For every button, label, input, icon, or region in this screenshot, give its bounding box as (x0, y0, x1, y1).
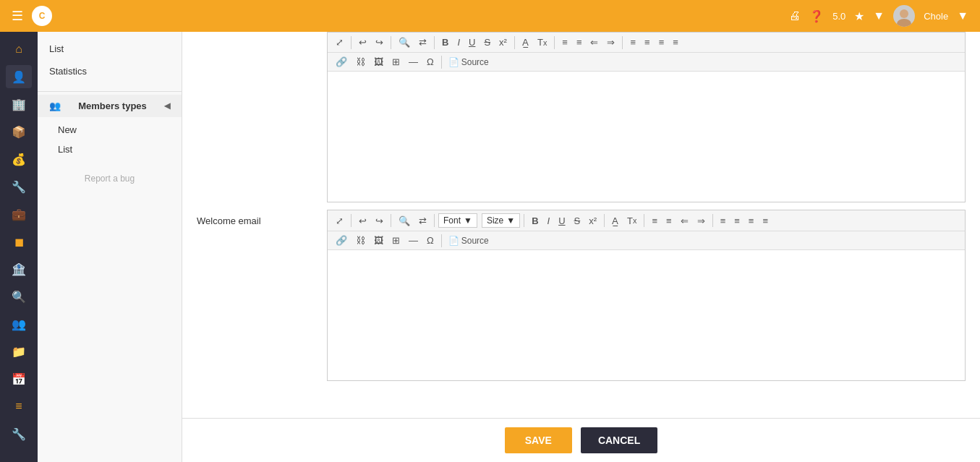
editor2-alignleft-btn[interactable]: ≡ (717, 214, 730, 228)
sidebar-box-icon[interactable]: 📦 (6, 120, 32, 143)
sidebar-briefcase-icon[interactable]: 💼 (6, 202, 32, 226)
editor2-toolbar-row1: ⤢ ↩ ↪ 🔍 ⇄ Font ▼ Size (328, 210, 965, 231)
sidebar-item-list[interactable]: List (38, 38, 182, 60)
editor1-ol-btn[interactable]: ≡ (558, 35, 571, 49)
editor2-replace-btn[interactable]: ⇄ (415, 214, 430, 228)
star-icon[interactable]: ★ (854, 9, 864, 23)
editor2-size-dropdown[interactable]: Size ▼ (482, 213, 520, 228)
editor2-table-btn[interactable]: ⊞ (388, 234, 404, 247)
editor2-unlink-btn[interactable]: ⛓ (352, 234, 369, 247)
sidebar-item-new[interactable]: New (38, 120, 182, 140)
sidebar-home-icon[interactable]: ⌂ (6, 38, 32, 61)
editor1-hr-btn[interactable]: — (405, 55, 422, 69)
editor2-ul-btn[interactable]: ≡ (662, 214, 676, 228)
editor1-super-btn[interactable]: x² (495, 35, 511, 49)
sidebar-coins-icon[interactable]: 💰 (6, 147, 32, 171)
cancel-button[interactable]: CANCEL (581, 427, 657, 453)
editor1-fontcolor-btn[interactable]: A̲ (519, 35, 532, 49)
editor2-source-btn[interactable]: 📄 Source (446, 234, 492, 247)
editor2-expand-btn[interactable]: ⤢ (332, 214, 347, 228)
avatar[interactable] (893, 5, 915, 27)
sidebar-bank-icon[interactable]: 🏦 (6, 257, 32, 281)
editor2-justify-btn[interactable]: ≡ (759, 214, 772, 228)
sidebar-item-list2[interactable]: List (38, 140, 182, 159)
editor2-link-btn[interactable]: 🔗 (332, 234, 351, 247)
editor2-clearformat-btn[interactable]: Tx (623, 214, 640, 228)
editor2-hr-btn[interactable]: — (405, 234, 422, 247)
report-bug-label[interactable]: Report a bug (38, 162, 182, 195)
editor2-body[interactable] (328, 250, 965, 380)
editor2-font-dropdown[interactable]: Font ▼ (438, 213, 477, 228)
editor2-bold-btn[interactable]: B (528, 214, 542, 228)
sidebar-members-icon[interactable]: 👥 (6, 312, 32, 335)
editor1-image-btn[interactable]: 🖼 (370, 55, 387, 69)
editor2-indentless-btn[interactable]: ⇐ (677, 214, 692, 228)
editor2-underline-btn[interactable]: U (555, 214, 568, 228)
editor1-body[interactable] (328, 72, 965, 202)
editor2-toolbar-row2: 🔗 ⛓ 🖼 ⊞ — Ω 📄 Source (328, 231, 965, 250)
sidebar-search-icon[interactable]: 🔍 (6, 285, 32, 308)
editor2-fontcolor-btn[interactable]: A̲ (608, 214, 622, 228)
sidebar-calendar-icon[interactable]: 📅 (6, 367, 32, 390)
editor2-find-btn[interactable]: 🔍 (395, 214, 414, 228)
sidebar-item-statistics[interactable]: Statistics (38, 60, 182, 82)
editor1-underline-btn[interactable]: U (465, 35, 479, 49)
editor1-clearformat-btn[interactable]: Tx (534, 35, 550, 49)
editor2-super-btn[interactable]: x² (585, 214, 600, 228)
print-icon[interactable]: 🖨 (789, 9, 801, 22)
editor2-strike-btn[interactable]: S (571, 214, 584, 228)
editor1-undo-btn[interactable]: ↩ (355, 35, 370, 49)
editor1-find-btn[interactable]: 🔍 (395, 35, 414, 49)
source-label: Source (461, 57, 489, 67)
header-right: 🖨 ❓ 5.0 ★ ▼ Chole ▼ (789, 5, 968, 27)
editor2-undo-btn[interactable]: ↩ (355, 214, 370, 228)
editor1-redo-btn[interactable]: ↪ (372, 35, 387, 49)
sidebar-tools-icon[interactable]: 🔧 (6, 175, 32, 198)
editor2-section: Welcome email ⤢ ↩ ↪ 🔍 ⇄ Font ▼ (182, 202, 980, 388)
editor1-strike-btn[interactable]: S (480, 35, 494, 49)
editor1-alignright-btn[interactable]: ≡ (655, 35, 668, 49)
editor1-justify-btn[interactable]: ≡ (669, 35, 682, 49)
menu-icon[interactable]: ☰ (12, 8, 23, 24)
sidebar-wrench-icon[interactable]: 🔧 (6, 422, 32, 445)
editor2-image-btn[interactable]: 🖼 (370, 234, 387, 247)
editor2-italic-btn[interactable]: I (544, 214, 554, 228)
save-button[interactable]: SAVE (505, 427, 572, 453)
editor1-expand-btn[interactable]: ⤢ (332, 35, 347, 49)
sidebar-building-icon[interactable]: 🏢 (6, 93, 32, 116)
editor1-toolbar-row2: 🔗 ⛓ 🖼 ⊞ — Ω 📄 Source (328, 53, 965, 72)
editor2-redo-btn[interactable]: ↪ (372, 214, 387, 228)
sidebar-user-icon[interactable]: 👤 (6, 65, 32, 88)
editor2-aligncenter-btn[interactable]: ≡ (730, 214, 743, 228)
members-subsection: New List (38, 117, 182, 162)
editor1-specialchar-btn[interactable]: Ω (423, 55, 438, 69)
editor1-link-btn[interactable]: 🔗 (332, 55, 351, 69)
sidebar-list-icon[interactable]: ≡ (6, 395, 32, 418)
editor1-table-btn[interactable]: ⊞ (388, 55, 404, 69)
nav-top-section: List Statistics (38, 32, 182, 88)
editor1-ul-btn[interactable]: ≡ (573, 35, 586, 49)
svg-point-0 (900, 9, 908, 18)
editor1-italic-btn[interactable]: I (453, 35, 464, 49)
members-section-label: Members types (78, 100, 147, 111)
editor1-bold-btn[interactable]: B (438, 35, 452, 49)
editor2-indentmore-btn[interactable]: ⇒ (694, 214, 709, 228)
sidebar-layers-icon[interactable]: ◼ (6, 230, 32, 253)
editor2-specialchar-btn[interactable]: Ω (423, 234, 438, 247)
help-icon[interactable]: ❓ (809, 9, 824, 23)
username-label[interactable]: Chole (924, 11, 948, 22)
editor1-alignleft-btn[interactable]: ≡ (626, 35, 639, 49)
editor1-source-btn[interactable]: 📄 Source (446, 56, 492, 69)
editor1-replace-btn[interactable]: ⇄ (415, 35, 430, 49)
editor1-indentless-btn[interactable]: ⇐ (587, 35, 602, 49)
editor1-aligncenter-btn[interactable]: ≡ (641, 35, 654, 49)
user-chevron-icon[interactable]: ▼ (957, 9, 968, 22)
editor1-unlink-btn[interactable]: ⛓ (352, 55, 369, 69)
editor1-indentmore-btn[interactable]: ⇒ (603, 35, 618, 49)
chevron-down-icon[interactable]: ▼ (873, 9, 885, 22)
editor2-ol-btn[interactable]: ≡ (648, 214, 661, 228)
editor2-alignright-btn[interactable]: ≡ (745, 214, 758, 228)
members-types-section[interactable]: 👥 Members types ◀ (38, 95, 182, 117)
sep10 (434, 214, 435, 227)
sidebar-folder-icon[interactable]: 📁 (6, 340, 32, 363)
